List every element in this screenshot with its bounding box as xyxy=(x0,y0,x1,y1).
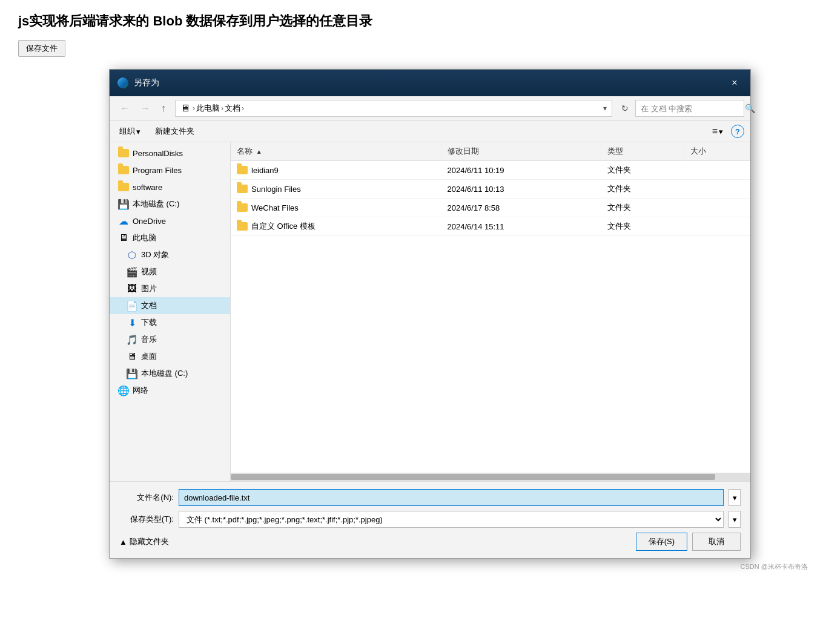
hide-folders-link[interactable]: ▲ 隐藏文件夹 xyxy=(119,536,631,547)
file-type: 文件夹 xyxy=(601,180,684,199)
sidebar-item-documents[interactable]: 📄 文档 xyxy=(110,297,230,314)
filetype-dropdown[interactable]: ▾ xyxy=(729,511,741,528)
filetype-label: 保存类型(T): xyxy=(119,514,174,525)
dialog-footer: 文件名(N): ▾ 保存类型(T): 文件 (*.txt;*.pdf;*.jpg… xyxy=(110,481,750,558)
hide-folders-label: 隐藏文件夹 xyxy=(130,536,169,547)
address-dropdown[interactable]: ▾ xyxy=(603,104,607,113)
filename-label: 文件名(N): xyxy=(119,492,174,503)
dialog-titlebar: 另存为 × xyxy=(110,70,750,96)
filename-row: 文件名(N): ▾ xyxy=(119,489,741,506)
organize-toolbar: 组织 ▾ 新建文件夹 ≡ ▾ ? xyxy=(110,121,750,142)
footer-buttons: ▲ 隐藏文件夹 保存(S) 取消 xyxy=(119,533,741,551)
view-dropdown-icon: ▾ xyxy=(719,127,723,136)
filename-dropdown[interactable]: ▾ xyxy=(729,489,741,506)
pc-icon: 🖥 xyxy=(118,232,129,243)
sidebar-item-3dobject[interactable]: ⬡ 3D 对象 xyxy=(110,246,230,263)
sidebar-item-label: 桌面 xyxy=(141,351,157,362)
filetype-select[interactable]: 文件 (*.txt;*.pdf;*.jpg;*.jpeg;*.png;*.tex… xyxy=(179,511,724,528)
toolbar2-left: 组织 ▾ 新建文件夹 xyxy=(116,124,198,139)
filetype-row: 保存类型(T): 文件 (*.txt;*.pdf;*.jpg;*.jpeg;*.… xyxy=(119,511,741,528)
sidebar-item-images[interactable]: 🖼 图片 xyxy=(110,280,230,297)
filename-input[interactable] xyxy=(179,489,724,506)
sidebar-item-programFiles[interactable]: Program Files xyxy=(110,162,230,179)
file-name: Sunlogin Files xyxy=(251,185,301,194)
address-pc-icon: 🖥 xyxy=(180,103,190,114)
table-row[interactable]: 自定义 Office 模板 2024/6/14 15:11 文件夹 xyxy=(231,217,750,236)
file-name-cell: WeChat Files xyxy=(231,199,441,217)
forward-button[interactable]: → xyxy=(136,100,154,116)
sidebar-item-label: 此电脑 xyxy=(133,232,156,243)
refresh-button[interactable]: ↻ xyxy=(617,100,633,116)
folder-icon xyxy=(118,182,129,192)
3d-icon: ⬡ xyxy=(127,249,137,260)
search-bar[interactable]: 🔍 xyxy=(635,100,744,117)
sidebar-item-network[interactable]: 🌐 网络 xyxy=(110,382,230,399)
table-row[interactable]: WeChat Files 2024/6/17 8:58 文件夹 xyxy=(231,199,750,217)
sidebar-item-label: OneDrive xyxy=(133,217,166,226)
folder-icon xyxy=(118,165,129,176)
sidebar: PersonalDisks Program Files software 💾 本… xyxy=(110,142,231,481)
folder-icon xyxy=(237,185,248,193)
sidebar-item-label: PersonalDisks xyxy=(133,149,183,158)
organize-dropdown-icon: ▾ xyxy=(136,127,140,136)
address-part-docs: 文档 xyxy=(225,103,240,114)
table-row[interactable]: leidian9 2024/6/11 10:19 文件夹 xyxy=(231,161,750,180)
file-size xyxy=(684,199,750,217)
new-folder-button[interactable]: 新建文件夹 xyxy=(151,124,198,139)
organize-button[interactable]: 组织 ▾ xyxy=(116,124,144,139)
sidebar-item-music[interactable]: 🎵 音乐 xyxy=(110,331,230,348)
file-size xyxy=(684,217,750,236)
dialog-body: PersonalDisks Program Files software 💾 本… xyxy=(110,142,750,481)
sidebar-item-personalDisks[interactable]: PersonalDisks xyxy=(110,145,230,162)
file-date: 2024/6/14 15:11 xyxy=(441,217,601,236)
col-type[interactable]: 类型 xyxy=(601,142,684,161)
up-button[interactable]: ↑ xyxy=(157,100,170,116)
file-panel: 名称 ▲ 修改日期 类型 大小 leidian9 xyxy=(231,142,750,481)
address-bar[interactable]: 🖥 › 此电脑 › 文档 › ▾ xyxy=(175,100,612,117)
file-name: 自定义 Office 模板 xyxy=(251,221,316,232)
sidebar-item-software[interactable]: software xyxy=(110,179,230,196)
back-button[interactable]: ← xyxy=(116,100,134,116)
file-size xyxy=(684,180,750,199)
view-button[interactable]: ≡ ▾ xyxy=(708,123,727,139)
table-row[interactable]: Sunlogin Files 2024/6/11 10:13 文件夹 xyxy=(231,180,750,199)
sidebar-item-downloads[interactable]: ⬇ 下载 xyxy=(110,314,230,331)
file-name: leidian9 xyxy=(251,166,279,175)
sidebar-item-label: 本地磁盘 (C:) xyxy=(133,199,179,209)
doc-icon: 📄 xyxy=(127,300,137,311)
file-type: 文件夹 xyxy=(601,161,684,180)
col-size[interactable]: 大小 xyxy=(684,142,750,161)
sidebar-item-driveC1[interactable]: 💾 本地磁盘 (C:) xyxy=(110,196,230,212)
drive-icon: 💾 xyxy=(127,368,137,379)
col-date[interactable]: 修改日期 xyxy=(441,142,601,161)
music-icon: 🎵 xyxy=(127,334,137,345)
dialog-close-button[interactable]: × xyxy=(726,74,743,91)
file-type: 文件夹 xyxy=(601,199,684,217)
sidebar-item-onedrive[interactable]: ☁ OneDrive xyxy=(110,212,230,229)
horizontal-scrollbar[interactable] xyxy=(231,473,750,481)
file-area: 名称 ▲ 修改日期 类型 大小 leidian9 xyxy=(231,142,750,473)
search-icon: 🔍 xyxy=(745,104,755,113)
save-button[interactable]: 保存(S) xyxy=(636,533,687,551)
save-file-button[interactable]: 保存文件 xyxy=(18,40,65,57)
file-table: 名称 ▲ 修改日期 类型 大小 leidian9 xyxy=(231,142,750,236)
dialog-title: 另存为 xyxy=(134,77,726,88)
sidebar-item-video[interactable]: 🎬 视频 xyxy=(110,263,230,280)
col-name[interactable]: 名称 ▲ xyxy=(231,142,441,161)
sidebar-item-thispc[interactable]: 🖥 此电脑 xyxy=(110,229,230,246)
sidebar-item-desktop[interactable]: 🖥 桌面 xyxy=(110,348,230,365)
folder-icon xyxy=(237,166,248,174)
address-part-pc: 此电脑 xyxy=(196,103,220,114)
cancel-button[interactable]: 取消 xyxy=(692,533,741,551)
network-icon: 🌐 xyxy=(118,385,129,396)
search-input[interactable] xyxy=(641,104,742,113)
help-button[interactable]: ? xyxy=(731,125,744,138)
folder-icon xyxy=(237,222,248,231)
sidebar-item-label: 3D 对象 xyxy=(141,249,169,260)
file-name-cell: Sunlogin Files xyxy=(231,180,441,199)
file-size xyxy=(684,161,750,180)
sidebar-item-driveC2[interactable]: 💾 本地磁盘 (C:) xyxy=(110,365,230,382)
address-toolbar: ← → ↑ 🖥 › 此电脑 › 文档 › ▾ ↻ 🔍 xyxy=(110,96,750,121)
page-title: js实现将后端请求来的 Blob 数据保存到用户选择的任意目录 xyxy=(18,12,808,30)
sidebar-item-label: 网络 xyxy=(133,385,148,396)
